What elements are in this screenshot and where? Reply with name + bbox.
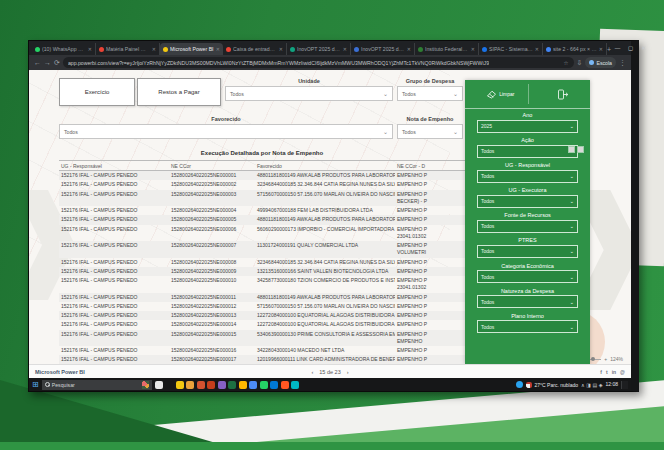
table-row[interactable]: 152176 IFAL - CAMPUS PENEDO 152800264022… xyxy=(59,241,465,258)
app-icon[interactable] xyxy=(291,381,299,389)
app-icon[interactable] xyxy=(186,381,194,389)
reload-icon[interactable]: ⟳ xyxy=(54,59,60,66)
app-icon[interactable] xyxy=(281,381,289,389)
table-row[interactable]: 152176 IFAL - CAMPUS PENEDO 152800264022… xyxy=(59,206,465,215)
slicer-dropdown[interactable]: Todos ⌄ xyxy=(477,320,578,333)
browser-tab[interactable]: Matéria Painel Orça… ✕ xyxy=(96,43,160,55)
app-icon[interactable] xyxy=(155,381,163,389)
nota-empenho-dropdown[interactable]: Todos ⌄ xyxy=(397,124,463,139)
slicer-dropdown[interactable]: Todos ⌄ xyxy=(477,245,578,258)
table-row[interactable]: 152176 IFAL - CAMPUS PENEDO 152800264022… xyxy=(59,180,465,189)
slicer-dropdown[interactable]: Todos ⌄ xyxy=(477,220,578,233)
cell-favorecido: 57156070000150 57.156.070 MARLAN OLIVEIR… xyxy=(255,302,395,311)
app-icon[interactable] xyxy=(176,381,184,389)
table-row[interactable]: 152176 IFAL - CAMPUS PENEDO 152800264022… xyxy=(59,190,465,207)
tray-icon[interactable]: ▤ xyxy=(592,382,597,388)
prev-page-icon[interactable]: ‹ xyxy=(311,369,313,375)
close-button[interactable]: ✕ xyxy=(637,45,650,51)
tab-close-icon[interactable]: ✕ xyxy=(216,46,220,52)
tab-close-icon[interactable]: ✕ xyxy=(279,46,283,52)
column-header-ug[interactable]: UG - Responsável xyxy=(59,161,169,170)
table-row[interactable]: 152176 IFAL - CAMPUS PENEDO 152800264022… xyxy=(59,293,465,302)
forward-icon[interactable]: → xyxy=(44,59,51,66)
slicer-dropdown[interactable]: Todos ⌄ xyxy=(477,195,578,208)
table-row[interactable]: 152176 IFAL - CAMPUS PENEDO 152800264022… xyxy=(59,330,465,347)
app-icon[interactable] xyxy=(197,381,205,389)
zoom-slider-knob[interactable] xyxy=(591,357,595,361)
show-desktop-button[interactable] xyxy=(621,381,628,389)
table-row[interactable]: 152176 IFAL - CAMPUS PENEDO 152800264022… xyxy=(59,346,465,355)
app-icon[interactable] xyxy=(228,381,236,389)
app-icon[interactable] xyxy=(207,381,215,389)
browser-tab[interactable]: InovOPT 2025 discur… ✕ xyxy=(287,43,351,55)
restos-a-pagar-button[interactable]: Restos a Pagar xyxy=(137,78,221,106)
unidade-dropdown[interactable]: Todos ⌄ xyxy=(225,86,393,101)
tab-close-icon[interactable]: ✕ xyxy=(599,46,603,52)
table-row[interactable]: 152176 IFAL - CAMPUS PENEDO 152800264022… xyxy=(59,225,465,242)
tray-icon[interactable]: ∧ xyxy=(581,382,585,388)
weather-text[interactable]: 27°C Parc. nublado xyxy=(535,382,578,388)
slicer-dropdown[interactable]: Todos ⌄ xyxy=(477,145,578,158)
table-row[interactable]: 152176 IFAL - CAMPUS PENEDO 152800264022… xyxy=(59,267,465,276)
tab-close-icon[interactable]: ✕ xyxy=(343,46,347,52)
clear-selection-button[interactable] xyxy=(577,146,584,153)
tab-close-icon[interactable]: ✕ xyxy=(471,46,475,52)
column-header-favorecido[interactable]: Favorecido xyxy=(255,161,395,170)
table-row[interactable]: 152176 IFAL - CAMPUS PENEDO 152800264022… xyxy=(59,320,465,329)
column-header-descricao[interactable]: NE CCor - D xyxy=(395,161,465,170)
table-row[interactable]: 152176 IFAL - CAMPUS PENEDO 152800264022… xyxy=(59,302,465,311)
slicer-dropdown[interactable]: Todos ⌄ xyxy=(477,170,578,183)
browser-tab[interactable]: site 2 - 664 px × 450… ✕ xyxy=(543,43,607,55)
teams-icon[interactable] xyxy=(516,381,523,388)
table-row[interactable]: 152176 IFAL - CAMPUS PENEDO 152800264022… xyxy=(59,171,465,180)
address-bar[interactable]: app.powerbi.com/view?r=eyJrIjoiYzRhNjYyZ… xyxy=(63,57,574,68)
browser-tab[interactable]: Instituto Federal de… ✕ xyxy=(415,43,479,55)
table-row[interactable]: 152176 IFAL - CAMPUS PENEDO 152800264022… xyxy=(59,276,465,293)
tab-close-icon[interactable]: ✕ xyxy=(407,46,411,52)
select-all-button[interactable] xyxy=(568,146,575,153)
table-row[interactable]: 152176 IFAL - CAMPUS PENEDO 152800264022… xyxy=(59,355,465,364)
grupo-despesa-dropdown[interactable]: Todos ⌄ xyxy=(397,86,463,101)
taskbar-search[interactable]: Pesquisar xyxy=(42,380,152,390)
browser-tab[interactable]: (10) WhatsApp Busi… ✕ xyxy=(32,43,96,55)
slicer-dropdown[interactable]: Todos ⌄ xyxy=(477,270,578,283)
slicer-dropdown[interactable]: 2025 ⌄ xyxy=(477,120,578,133)
zoom-in-icon[interactable]: + xyxy=(604,356,607,362)
table-row[interactable]: 152176 IFAL - CAMPUS PENEDO 152800264022… xyxy=(59,215,465,224)
column-header-ne-ccor[interactable]: NE CCor xyxy=(169,161,255,170)
browser-tab[interactable]: InovOPT 2025 discur… ✕ xyxy=(351,43,415,55)
app-icon[interactable] xyxy=(165,381,173,389)
app-icon[interactable] xyxy=(260,381,268,389)
back-icon[interactable]: ← xyxy=(34,59,41,66)
clear-filters-button[interactable]: Limpar xyxy=(486,89,514,99)
bookmark-star-icon[interactable]: ☆ xyxy=(564,60,569,66)
table-row[interactable]: 152176 IFAL - CAMPUS PENEDO 152800264022… xyxy=(59,258,465,267)
browser-tab[interactable]: Microsoft Power BI ✕ xyxy=(160,43,223,55)
favorecido-dropdown[interactable]: Todos ⌄ xyxy=(59,124,393,139)
exit-button[interactable] xyxy=(557,89,569,100)
table-row[interactable]: 152176 IFAL - CAMPUS PENEDO 152800264022… xyxy=(59,311,465,320)
clock[interactable]: 12:08 xyxy=(605,382,618,388)
tab-close-icon[interactable]: ✕ xyxy=(88,46,92,52)
cell-ne-ccor: 152800264022025NE000006 xyxy=(169,225,255,242)
app-icon[interactable] xyxy=(218,381,226,389)
browser-tab[interactable]: SIPAC - Sistema Inte… ✕ xyxy=(479,43,543,55)
search-highlight-image[interactable] xyxy=(142,381,149,389)
app-icon[interactable] xyxy=(270,381,278,389)
browser-tab[interactable]: Caixa de entrada (1… ✕ xyxy=(223,43,287,55)
slicer-dropdown[interactable]: Todos ⌄ xyxy=(477,295,578,308)
tray-icon[interactable]: ◨ xyxy=(586,382,591,388)
tab-close-icon[interactable]: ✕ xyxy=(152,46,156,52)
app-icon[interactable] xyxy=(239,381,247,389)
app-icon[interactable] xyxy=(249,381,257,389)
tab-close-icon[interactable]: ✕ xyxy=(535,46,539,52)
minimize-button[interactable]: — xyxy=(611,45,624,51)
profile-button[interactable]: Escola xyxy=(585,57,616,68)
browser-menu-icon[interactable]: ⋮ xyxy=(619,59,626,66)
tray-icon[interactable]: ◈ xyxy=(599,382,603,388)
exercicio-button[interactable]: Exercício xyxy=(59,78,135,106)
next-page-icon[interactable]: › xyxy=(347,369,349,375)
download-icon[interactable]: ⇩ xyxy=(577,59,583,66)
maximize-button[interactable]: ▢ xyxy=(624,45,637,51)
start-button[interactable]: ⊞ xyxy=(32,381,39,389)
